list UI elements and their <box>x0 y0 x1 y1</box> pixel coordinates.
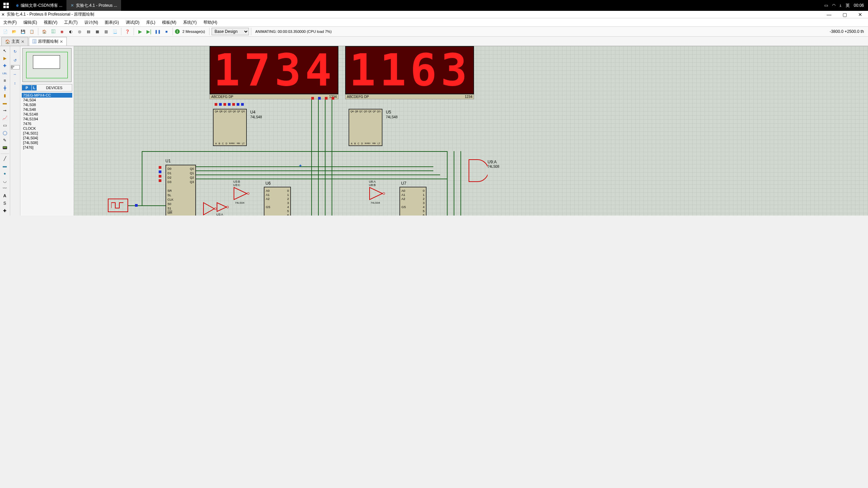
gate-u3bc[interactable] <box>233 187 250 201</box>
maximize-button[interactable]: ▢ <box>837 11 852 18</box>
subcircuit-tool[interactable]: ▮ <box>1 92 9 99</box>
device-item[interactable]: 7SEG-MPX4-CC <box>22 93 72 98</box>
device-item[interactable]: 74LS08 <box>22 102 72 107</box>
text2-tool[interactable]: A <box>1 192 9 199</box>
menu-system[interactable]: 系统(Y) <box>181 19 199 26</box>
rotate-ccw-button[interactable]: ↺ <box>11 56 19 64</box>
gate-u9a[interactable] <box>467 158 488 186</box>
design-select[interactable]: Base Design <box>212 28 249 35</box>
clock-generator[interactable] <box>108 199 128 212</box>
play-button[interactable]: ▶ <box>136 27 144 36</box>
network-icon[interactable]: ⫰ <box>840 3 842 8</box>
schematic-button[interactable]: ⿲ <box>49 27 57 36</box>
menu-file[interactable]: 文件(F) <box>1 19 19 26</box>
bus-tool[interactable]: ╋ <box>1 85 9 92</box>
symbol-tool[interactable]: S <box>1 200 9 207</box>
messages-count[interactable]: 2 Message(s) <box>180 29 207 34</box>
device-item[interactable]: [74LS04] <box>22 136 72 140</box>
taskbar-app-proteus[interactable]: ✕ 实验七.4.1 - Proteus ... <box>66 0 121 11</box>
help-button[interactable]: ❓ <box>123 27 132 36</box>
home-button[interactable]: 🏠 <box>40 27 48 36</box>
device-item[interactable]: 74LS48 <box>22 107 72 112</box>
devices-list[interactable]: 7SEG-MPX4-CC 74LS04 74LS08 74LS48 74LS14… <box>22 93 72 150</box>
device-item[interactable]: 7476 <box>22 121 72 126</box>
stop-button[interactable]: ■ <box>162 27 171 36</box>
p-button[interactable]: P <box>22 85 32 90</box>
box-tool[interactable]: ▬ <box>1 163 9 169</box>
path-tool[interactable]: 〰 <box>1 185 9 192</box>
start-button[interactable] <box>0 0 12 11</box>
rotate-cw-button[interactable]: ↻ <box>11 47 19 56</box>
close-icon[interactable]: ✕ <box>60 39 63 44</box>
wifi-icon[interactable]: ◠ <box>832 3 835 8</box>
3d-button[interactable]: ◐ <box>67 27 75 36</box>
line-tool[interactable]: ╱ <box>1 155 9 162</box>
notes-button[interactable]: 📃 <box>111 27 119 36</box>
device-item[interactable]: [7476] <box>22 145 72 150</box>
pcb-button[interactable]: ◉ <box>58 27 66 36</box>
pin-tool[interactable]: ⊸ <box>1 107 9 114</box>
seven-seg-display-1[interactable]: 1734 ABCDEFG DP1234 <box>210 46 338 99</box>
select-tool[interactable]: ↖ <box>1 47 9 54</box>
new-button[interactable]: 📄 <box>1 27 9 36</box>
schematic-canvas[interactable]: 1734 ABCDEFG DP1234 1163 ABCDEFG DP1234 … <box>74 46 868 216</box>
text-tool[interactable]: ≡ <box>1 77 9 84</box>
tab-home[interactable]: 🏠 主页 ✕ <box>1 37 28 46</box>
gerber-button[interactable]: ◎ <box>76 27 84 36</box>
close-button[interactable]: ✕ <box>852 11 868 18</box>
minimap[interactable] <box>22 48 72 82</box>
import-button[interactable]: 📋 <box>28 27 36 36</box>
code-button[interactable]: ▦ <box>93 27 101 36</box>
chip-u5[interactable]: QAQBQCQDQEQFQG ABCDBI/RBORBILT <box>349 109 382 146</box>
device-item[interactable]: 74LS04 <box>22 98 72 102</box>
minimize-button[interactable]: — <box>821 11 837 18</box>
l-button[interactable]: L <box>32 85 37 90</box>
taskbar-app-edge[interactable]: e 编辑文章-CSDN博客 ... <box>12 0 66 11</box>
menu-tools[interactable]: 工具(T) <box>62 19 79 26</box>
chip-u4[interactable]: QAQBQCQDQEQFQG ABCDBI/RBORBILT <box>213 109 247 146</box>
flip-h-button[interactable]: ↔ <box>11 70 19 78</box>
flip-v-button[interactable]: ↕ <box>11 79 19 87</box>
graph-tool[interactable]: 📈 <box>1 115 9 121</box>
bom-button[interactable]: ▤ <box>84 27 93 36</box>
rotation-input[interactable] <box>11 65 20 69</box>
close-icon[interactable]: ✕ <box>21 39 24 44</box>
component-tool[interactable]: ▶ <box>1 55 9 62</box>
menu-template[interactable]: 模板(M) <box>160 19 178 26</box>
device-item[interactable]: 74LS194 <box>22 117 72 121</box>
chip-u1[interactable]: D0Q0 D1Q1 D2Q2 D3Q3 SRSLCLKS0S1MR <box>165 165 196 216</box>
menu-debug[interactable]: 调试(D) <box>124 19 142 26</box>
ime-indicator[interactable]: 英 <box>846 3 850 8</box>
origin-tool[interactable]: ✚ <box>1 207 9 214</box>
device-item[interactable]: [74LS08] <box>22 140 72 145</box>
generator-tool[interactable]: ◯ <box>1 129 9 136</box>
vsm-button[interactable]: ▥ <box>102 27 110 36</box>
seven-seg-display-2[interactable]: 1163 ABCDEFG DP1234 <box>345 46 474 99</box>
chip-u7[interactable]: A00 A11 A22 3 GS4 567 EOEI <box>399 187 427 216</box>
save-button[interactable]: 💾 <box>19 27 27 36</box>
chip-u6[interactable]: A00 A11 A22 3 GS4 567 EOEI <box>264 187 291 216</box>
instrument-tool[interactable]: 📟 <box>1 144 9 151</box>
menu-view[interactable]: 视图(V) <box>42 19 59 26</box>
device-item[interactable]: 74LS148 <box>22 112 72 117</box>
gate-u8[interactable] <box>369 187 386 201</box>
pause-button[interactable]: ❚❚ <box>154 27 162 36</box>
tape-tool[interactable]: ▭ <box>1 122 9 129</box>
device-item[interactable]: [74LS01] <box>22 131 72 136</box>
clock[interactable]: 00:06 <box>854 3 864 8</box>
label-tool[interactable]: LBL <box>1 70 9 77</box>
open-button[interactable]: 📂 <box>10 27 18 36</box>
probe-tool[interactable]: ✎ <box>1 137 9 144</box>
menu-edit[interactable]: 编辑(E) <box>21 19 39 26</box>
menu-library[interactable]: 库(L) <box>144 19 157 26</box>
arc-tool[interactable]: ◡ <box>1 178 9 184</box>
menu-graph[interactable]: 图表(G) <box>103 19 121 26</box>
menu-help[interactable]: 帮助(H) <box>201 19 219 26</box>
tab-schematic[interactable]: ⿲ 原理图绘制 ✕ <box>29 37 67 46</box>
gate-u3a[interactable] <box>216 202 230 213</box>
terminal-tool[interactable]: ▬ <box>1 100 9 106</box>
battery-icon[interactable]: ▭ <box>824 3 828 8</box>
device-item[interactable]: CLOCK <box>22 126 72 131</box>
step-button[interactable]: ▶| <box>145 27 153 36</box>
gate-u2a[interactable] <box>203 202 216 216</box>
